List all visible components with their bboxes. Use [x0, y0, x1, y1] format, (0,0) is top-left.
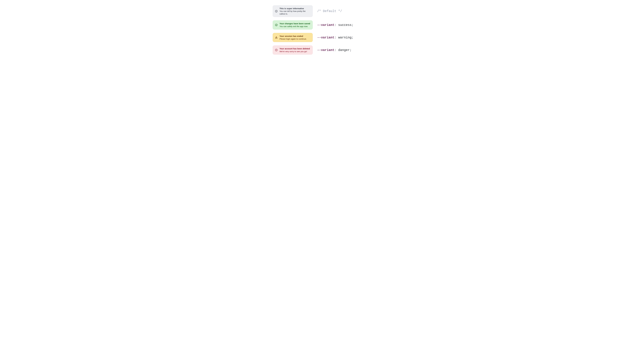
svg-point-5	[276, 38, 276, 38]
alert-circle-icon	[275, 49, 278, 51]
callout-row-danger: Your account has been deleted We're very…	[273, 46, 371, 55]
svg-point-2	[276, 11, 276, 11]
code-comment: /* Default */	[317, 9, 342, 13]
code-property: --variant	[317, 36, 334, 39]
code-label-warning: --variant: warning;	[317, 36, 371, 39]
code-semicolon: ;	[352, 36, 354, 39]
callout-success: Your changes have been saved You can saf…	[273, 21, 313, 30]
callout-row-warning: Your session has ended Please login agai…	[273, 33, 371, 42]
code-property: --variant	[317, 48, 334, 52]
callout-title: This is super informative	[280, 7, 310, 10]
callout-text: Your account has been deleted We're very…	[280, 47, 310, 53]
info-icon	[275, 10, 278, 13]
code-semicolon: ;	[352, 23, 354, 27]
code-colon: :	[334, 48, 338, 52]
callout-text: This is super informative You can tell b…	[280, 7, 310, 15]
callout-warning: Your session has ended Please login agai…	[273, 33, 313, 42]
code-property: --variant	[317, 23, 334, 27]
callout-text: Your changes have been saved You can saf…	[280, 22, 310, 28]
code-label-danger: --variant: danger;	[317, 48, 371, 52]
code-value: warning	[338, 36, 352, 39]
callout-description: You can tell by how pretty the callout i…	[280, 10, 310, 15]
callout-variant-demo: This is super informative You can tell b…	[273, 5, 371, 55]
callout-row-success: Your changes have been saved You can saf…	[273, 21, 371, 30]
callout-description: You can safely exit the app now.	[280, 25, 310, 28]
callout-row-default: This is super informative You can tell b…	[273, 5, 371, 17]
code-colon: :	[334, 36, 338, 39]
svg-point-8	[276, 50, 276, 51]
callout-description: We're very sorry to see you go!	[280, 50, 310, 53]
callout-danger: Your account has been deleted We're very…	[273, 46, 313, 55]
svg-point-3	[275, 24, 277, 26]
code-label-default: /* Default */	[317, 9, 371, 13]
check-circle-icon	[275, 24, 278, 26]
alert-triangle-icon	[275, 36, 278, 39]
callout-title: Your changes have been saved	[280, 22, 310, 25]
code-semicolon: ;	[350, 48, 352, 52]
code-value: danger	[338, 48, 350, 52]
code-value: success	[338, 23, 352, 27]
callout-description: Please login again to continue.	[280, 38, 307, 40]
code-label-success: --variant: success;	[317, 23, 371, 27]
callout-default: This is super informative You can tell b…	[273, 5, 313, 17]
callout-title: Your account has been deleted	[280, 47, 310, 50]
callout-title: Your session has ended	[280, 35, 307, 37]
code-colon: :	[334, 23, 338, 27]
callout-text: Your session has ended Please login agai…	[280, 35, 307, 40]
